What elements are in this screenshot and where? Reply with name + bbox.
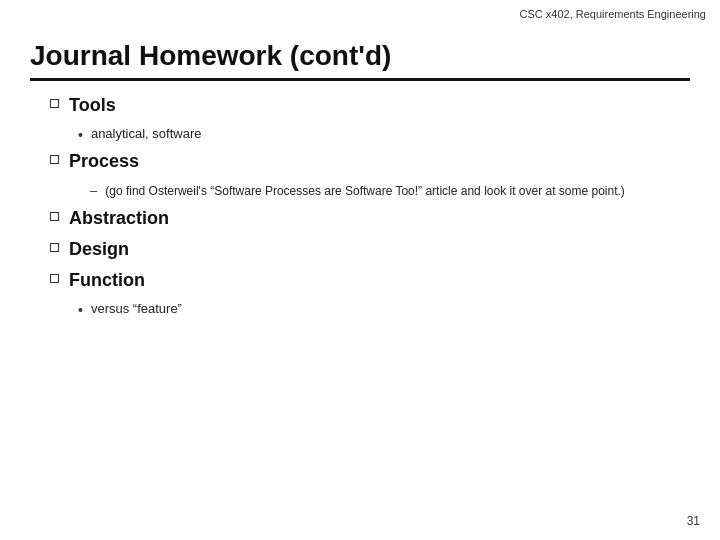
bullet-label-abstraction: Abstraction (69, 208, 169, 229)
sub-bullet-dot-function-1: • (78, 302, 83, 318)
slide-header: CSC x402, Requirements Engineering (520, 8, 707, 20)
bullet-item-tools: Tools (50, 95, 690, 116)
bullet-group-tools: Tools • analytical, software (50, 95, 690, 143)
bullet-item-process: Process (50, 151, 690, 172)
bullet-label-function: Function (69, 270, 145, 291)
bullet-group-design: Design (50, 239, 690, 260)
sub-bullet-text-function-1: versus “feature” (91, 301, 182, 316)
bullet-square-design (50, 243, 59, 252)
content-area: Tools • analytical, software Process – (… (30, 95, 690, 318)
page-number: 31 (687, 514, 700, 528)
bullet-item-function: Function (50, 270, 690, 291)
bullet-group-process: Process – (go find Osterweil's “Software… (50, 151, 690, 200)
bullet-group-function: Function • versus “feature” (50, 270, 690, 318)
bullet-square-process (50, 155, 59, 164)
bullet-item-abstraction: Abstraction (50, 208, 690, 229)
sub-bullet-dot-tools-1: • (78, 127, 83, 143)
bullet-label-process: Process (69, 151, 139, 172)
bullet-label-design: Design (69, 239, 129, 260)
header-text: CSC x402, Requirements Engineering (520, 8, 707, 20)
sub-dash-text-process-1: (go find Osterweil's “Software Processes… (105, 182, 625, 200)
title-divider (30, 78, 690, 81)
bullet-square-tools (50, 99, 59, 108)
bullet-square-function (50, 274, 59, 283)
bullet-label-tools: Tools (69, 95, 116, 116)
sub-bullet-text-tools-1: analytical, software (91, 126, 202, 141)
bullet-square-abstraction (50, 212, 59, 221)
sub-dash-item-process-1: – (go find Osterweil's “Software Process… (90, 182, 690, 200)
sub-dash-process-1: – (90, 183, 97, 198)
slide-title: Journal Homework (cont'd) (30, 40, 690, 72)
bullet-group-abstraction: Abstraction (50, 208, 690, 229)
sub-bullet-tools-1: • analytical, software (78, 126, 690, 143)
bullet-item-design: Design (50, 239, 690, 260)
slide-container: CSC x402, Requirements Engineering Journ… (0, 0, 720, 540)
sub-bullet-function-1: • versus “feature” (78, 301, 690, 318)
